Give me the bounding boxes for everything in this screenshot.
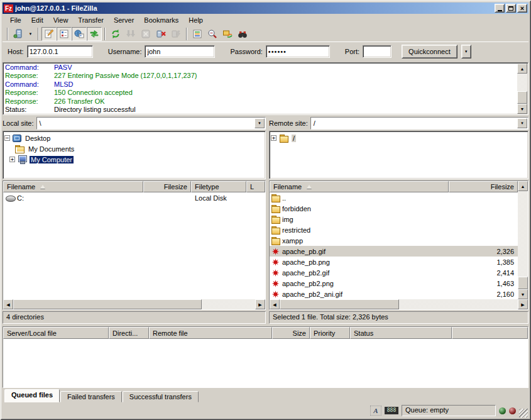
file-row[interactable]: apache_pb.png 1,385 (270, 257, 518, 267)
collapse-icon[interactable]: − (4, 135, 10, 141)
tree-item-my-computer[interactable]: + My Computer (9, 154, 265, 165)
log-scrollbar[interactable]: ▲ ▼ (517, 64, 527, 114)
local-site-value: \ (37, 119, 254, 127)
titlebar[interactable]: Fz john@127.0.0.1 - FileZilla × (3, 3, 528, 14)
chevron-down-icon[interactable]: ▼ (255, 118, 265, 128)
log-line: Command: MLSD (5, 80, 526, 89)
local-site-combo[interactable]: \ ▼ (36, 117, 266, 130)
cancel-button[interactable] (138, 27, 153, 41)
column-header-filesize[interactable]: Filesize (143, 181, 191, 192)
column-header-remote-file[interactable]: Remote file (149, 327, 272, 339)
tree-item-desktop[interactable]: − Desktop (4, 133, 265, 143)
local-file-list: Filename Filesize Filetype L C: Local Di… (3, 180, 266, 310)
tree-item-my-documents[interactable]: My Documents (15, 143, 265, 154)
file-row[interactable]: forbidden (270, 203, 518, 214)
password-input[interactable] (266, 45, 330, 58)
tree-item-root[interactable]: + / (271, 133, 528, 143)
username-input[interactable] (145, 45, 215, 58)
scroll-down-icon[interactable]: ▼ (518, 289, 528, 299)
file-row[interactable]: apache_pb.gif 2,326 (270, 246, 518, 257)
remote-vertical-scrollbar[interactable]: ▲ ▼ (518, 181, 528, 299)
tab-failed-transfers[interactable]: Failed transfers (60, 391, 122, 402)
disconnect-button[interactable] (153, 27, 168, 41)
site-manager-button[interactable] (11, 27, 26, 41)
scroll-thumb[interactable] (13, 299, 202, 309)
filter-button[interactable] (190, 27, 205, 41)
expand-icon[interactable]: + (271, 135, 276, 141)
chevron-down-icon[interactable]: ▼ (517, 118, 527, 128)
column-header-lastmodified[interactable]: L (246, 181, 265, 192)
toggle-remote-tree-button[interactable] (72, 27, 87, 41)
menu-item[interactable]: Server (109, 15, 139, 25)
site-manager-dropdown-button[interactable]: ▼ (26, 27, 35, 41)
scroll-thumb[interactable] (518, 277, 528, 289)
file-row[interactable]: apache_pb2_ani.gif 2,160 (270, 289, 518, 299)
scroll-thumb[interactable] (280, 299, 399, 309)
column-header-size[interactable]: Size (272, 327, 310, 339)
toggle-queue-button[interactable] (87, 27, 102, 41)
menu-item[interactable]: Bookmarks (139, 15, 183, 25)
file-name: apache_pb.png (281, 258, 449, 266)
documents-folder-icon (15, 145, 25, 153)
scroll-up-icon[interactable]: ▲ (518, 181, 528, 191)
column-header-filetype[interactable]: Filetype (191, 181, 246, 192)
scroll-right-icon[interactable]: ▶ (518, 299, 528, 309)
menu-item[interactable]: Help (183, 15, 208, 25)
menu-item[interactable]: Edit (26, 15, 48, 25)
scroll-left-icon[interactable]: ◀ (270, 299, 280, 309)
scroll-up-icon[interactable]: ▲ (517, 64, 527, 74)
remote-horizontal-scrollbar[interactable]: ◀ ▶ (270, 299, 528, 309)
quickconnect-dropdown-button[interactable]: ▼ (461, 45, 471, 58)
directory-comparison-button[interactable] (205, 27, 220, 41)
tab-successful-transfers[interactable]: Successful transfers (123, 391, 199, 402)
file-row[interactable]: apache_pb2.gif 2,414 (270, 267, 518, 278)
file-row[interactable]: .. (270, 192, 518, 203)
column-header-status[interactable]: Status (350, 327, 452, 339)
scroll-left-icon[interactable]: ◀ (3, 299, 13, 309)
file-row[interactable]: img (270, 214, 518, 224)
scroll-thumb[interactable] (517, 91, 527, 104)
menu-item[interactable]: Transfer (73, 15, 109, 25)
port-input[interactable] (363, 45, 391, 58)
scroll-down-icon[interactable]: ▼ (517, 104, 527, 114)
local-horizontal-scrollbar[interactable]: ◀ ▶ (3, 299, 265, 309)
queue-list[interactable] (3, 339, 528, 387)
toggle-local-tree-button[interactable] (57, 27, 72, 41)
speed-limit-icon[interactable]: 888 (385, 407, 398, 414)
column-header-filesize[interactable]: Filesize (449, 181, 518, 192)
log-line: Status: Directory listing successful (5, 106, 526, 114)
file-row[interactable]: xampp (270, 235, 518, 246)
refresh-button[interactable] (108, 27, 123, 41)
transfer-type-icon[interactable]: A (370, 406, 381, 416)
synchronized-browsing-button[interactable] (220, 27, 235, 41)
menu-item[interactable]: View (48, 15, 74, 25)
search-files-button[interactable] (235, 27, 250, 41)
chevron-down-icon: ▼ (29, 32, 33, 36)
computer-icon (18, 155, 27, 163)
file-row[interactable]: C: Local Disk (3, 192, 265, 203)
scroll-right-icon[interactable]: ▶ (255, 299, 265, 309)
column-header-priority[interactable]: Priority (310, 327, 350, 339)
column-header-filename[interactable]: Filename (3, 181, 143, 192)
minimize-button[interactable] (495, 4, 505, 13)
quickconnect-button[interactable]: Quickconnect (402, 45, 457, 58)
disconnect-icon (156, 29, 166, 39)
file-row[interactable]: apache_pb2.png 1,463 (270, 278, 518, 289)
resize-grip[interactable] (519, 409, 528, 417)
reconnect-button[interactable] (168, 27, 183, 41)
menu-item[interactable]: File (5, 15, 26, 25)
expand-icon[interactable]: + (9, 157, 15, 162)
host-input[interactable] (27, 45, 93, 58)
close-button[interactable]: × (517, 4, 527, 13)
column-header-filename[interactable]: Filename (270, 181, 449, 192)
column-header-direction[interactable]: Directi... (109, 327, 149, 339)
remote-site-combo[interactable]: / ▼ (310, 117, 528, 130)
toggle-message-log-button[interactable] (41, 27, 57, 41)
column-header-server-local-file[interactable]: Server/Local file (3, 327, 109, 339)
remote-status-text: Selected 1 file. Total size: 2,326 bytes (269, 311, 528, 324)
maximize-button[interactable] (506, 4, 516, 13)
tab-queued-files[interactable]: Queued files (4, 389, 60, 402)
process-queue-button[interactable] (123, 27, 138, 41)
file-row[interactable]: restricted (270, 224, 518, 235)
sort-ascending-icon (307, 185, 312, 189)
